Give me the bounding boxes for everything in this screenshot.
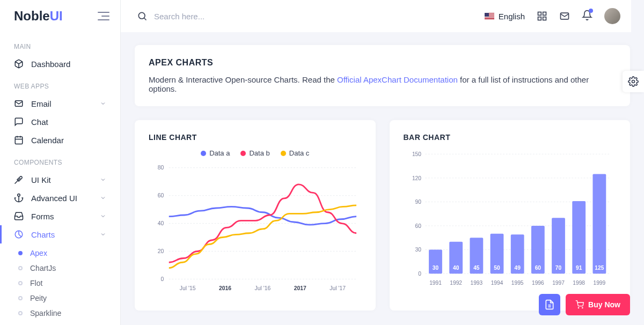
line-chart-legend: Data a Data b Data c (149, 149, 362, 157)
svg-rect-72 (592, 174, 606, 274)
avatar[interactable] (604, 8, 620, 24)
buy-button[interactable]: Buy Now (566, 294, 630, 315)
pie-chart-icon (14, 230, 24, 239)
chevron-down-icon (100, 195, 106, 201)
file-icon (544, 299, 555, 310)
intro-text-before: Modern & Interactive Open-source Charts.… (149, 75, 337, 84)
sidebar-item-label: Email (31, 99, 52, 108)
svg-rect-3 (543, 12, 546, 16)
svg-point-13 (18, 194, 20, 197)
svg-text:80: 80 (158, 165, 164, 171)
sidebar-item-email[interactable]: Email (0, 94, 120, 113)
chevron-down-icon (100, 231, 106, 238)
brand-name: Noble (14, 9, 50, 23)
svg-text:90: 90 (415, 199, 421, 205)
svg-text:Jul '15: Jul '15 (180, 285, 196, 291)
legend-label: Data a (209, 149, 230, 157)
flag-icon (485, 13, 494, 19)
box-icon (14, 59, 24, 69)
apps-icon[interactable] (537, 11, 547, 21)
bullet-icon (18, 266, 23, 270)
sidebar-item-uikit[interactable]: UI Kit (0, 171, 120, 189)
legend-label: Data b (249, 149, 269, 157)
line-chart-card: LINE CHART Data a Data b Data c 02040608… (135, 120, 376, 311)
svg-text:1993: 1993 (470, 280, 482, 286)
svg-text:1996: 1996 (532, 280, 544, 286)
svg-rect-8 (15, 137, 23, 144)
svg-text:0: 0 (418, 271, 421, 277)
svg-text:40: 40 (158, 220, 164, 226)
doc-link[interactable]: Official ApexChart Documentation (337, 75, 458, 84)
anchor-icon (14, 193, 24, 203)
sidebar-item-chat[interactable]: Chat (0, 113, 120, 131)
settings-panel-toggle[interactable] (623, 71, 644, 92)
svg-text:2017: 2017 (294, 285, 306, 291)
buy-label: Buy Now (588, 300, 620, 309)
notifications-icon[interactable] (582, 10, 592, 23)
svg-text:20: 20 (158, 248, 164, 254)
svg-text:49: 49 (514, 265, 521, 271)
svg-text:1995: 1995 (511, 280, 523, 286)
sidebar-item-forms[interactable]: Forms (0, 207, 120, 225)
sidebar-sub-flot[interactable]: Flot (0, 276, 120, 291)
legend-item-c: Data c (281, 149, 310, 157)
bar-chart-card: BAR CHART 030609012015030199140199245199… (390, 120, 631, 311)
svg-text:2016: 2016 (219, 285, 231, 291)
svg-text:Jul '17: Jul '17 (330, 285, 346, 291)
language-selector[interactable]: English (485, 12, 525, 21)
search-container (137, 11, 485, 21)
chevron-down-icon (100, 100, 106, 107)
legend-marker (240, 151, 246, 156)
svg-text:Jul '16: Jul '16 (255, 285, 271, 291)
svg-text:60: 60 (415, 223, 421, 229)
svg-text:120: 120 (412, 175, 421, 181)
mail-icon[interactable] (559, 11, 570, 21)
brand-suffix: UI (50, 9, 63, 23)
section-components-label: COMPONENTS (0, 149, 120, 171)
bullet-icon (18, 251, 23, 255)
line-chart-title: LINE CHART (149, 133, 362, 142)
svg-text:125: 125 (595, 265, 604, 271)
svg-text:1991: 1991 (429, 280, 442, 286)
svg-text:45: 45 (473, 265, 480, 271)
svg-line-1 (144, 18, 147, 20)
docs-button[interactable] (539, 294, 560, 315)
sidebar-item-calendar[interactable]: Calendar (0, 131, 120, 149)
bullet-icon (18, 311, 23, 315)
bar-chart-svg: 0306090120150301991401992451993501994491… (404, 149, 617, 289)
sidebar-item-advancedui[interactable]: Advanced UI (0, 189, 120, 207)
logo-container: NobleUI (0, 0, 121, 32)
sidebar-item-charts[interactable]: Charts (0, 225, 120, 243)
search-input[interactable] (154, 12, 315, 21)
sidebar-item-label: UI Kit (31, 175, 51, 184)
svg-text:40: 40 (452, 265, 459, 271)
sidebar-item-dashboard[interactable]: Dashboard (0, 55, 120, 73)
float-actions: Buy Now (539, 294, 630, 315)
sidebar-item-label: Dashboard (31, 60, 70, 69)
svg-rect-69 (572, 201, 586, 274)
sidebar-sub-chartjs[interactable]: ChartJs (0, 261, 120, 276)
page-title: APEX CHARTS (149, 58, 616, 68)
sidebar-item-label: Chat (31, 117, 48, 127)
topbar: NobleUI English (0, 0, 644, 32)
chat-icon (14, 117, 24, 127)
svg-text:30: 30 (415, 247, 421, 253)
svg-text:0: 0 (161, 276, 164, 282)
sidebar-sub-peity[interactable]: Peity (0, 291, 120, 306)
sidebar-toggle[interactable] (98, 12, 109, 20)
bullet-icon (18, 281, 23, 285)
sidebar-sub-apex[interactable]: Apex (0, 246, 120, 261)
cart-icon (575, 300, 584, 309)
svg-text:1992: 1992 (450, 280, 462, 286)
legend-marker (201, 151, 206, 156)
brand-logo[interactable]: NobleUI (14, 9, 63, 24)
svg-point-75 (632, 80, 635, 83)
svg-text:150: 150 (412, 151, 421, 157)
charts-submenu: Apex ChartJs Flot Peity Sparkline (0, 243, 120, 324)
svg-text:50: 50 (494, 265, 500, 271)
svg-text:91: 91 (576, 265, 582, 271)
sidebar-sub-sparkline[interactable]: Sparkline (0, 306, 120, 321)
section-webapps-label: WEB APPS (0, 73, 120, 94)
svg-text:1994: 1994 (491, 280, 503, 286)
sidebar-item-label: Advanced UI (31, 194, 77, 203)
